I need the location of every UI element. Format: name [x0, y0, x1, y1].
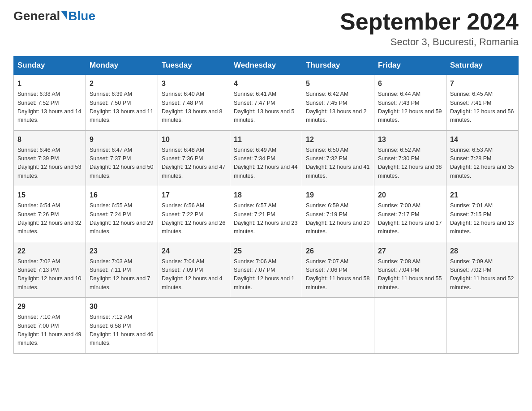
- day-number: 13: [378, 134, 442, 145]
- day-info: Sunrise: 7:09 AMSunset: 7:02 PMDaylight:…: [450, 257, 515, 292]
- calendar-cell: 24Sunrise: 7:04 AMSunset: 7:09 PMDayligh…: [158, 242, 230, 298]
- day-number: 4: [234, 78, 298, 89]
- day-info: Sunrise: 6:56 AMSunset: 7:22 PMDaylight:…: [162, 201, 226, 236]
- col-saturday: Saturday: [446, 56, 519, 75]
- calendar-cell: 10Sunrise: 6:48 AMSunset: 7:36 PMDayligh…: [158, 130, 230, 186]
- calendar-cell: 1Sunrise: 6:38 AMSunset: 7:52 PMDaylight…: [14, 75, 86, 131]
- day-number: 6: [378, 78, 442, 89]
- day-number: 14: [450, 134, 515, 145]
- calendar-cell: 3Sunrise: 6:40 AMSunset: 7:48 PMDaylight…: [158, 75, 230, 131]
- calendar-cell: 30Sunrise: 7:12 AMSunset: 6:58 PMDayligh…: [86, 298, 158, 354]
- page-header: General Blue September 2024 Sector 3, Bu…: [13, 9, 519, 48]
- location-subtitle: Sector 3, Bucuresti, Romania: [340, 36, 519, 48]
- calendar-cell: [446, 298, 519, 354]
- day-number: 7: [450, 78, 515, 89]
- day-info: Sunrise: 7:10 AMSunset: 7:00 PMDaylight:…: [17, 313, 82, 348]
- day-info: Sunrise: 6:52 AMSunset: 7:30 PMDaylight:…: [378, 146, 442, 181]
- day-number: 24: [162, 246, 226, 257]
- day-info: Sunrise: 6:41 AMSunset: 7:47 PMDaylight:…: [234, 90, 298, 125]
- logo-blue-text: Blue: [68, 9, 95, 23]
- day-info: Sunrise: 6:50 AMSunset: 7:32 PMDaylight:…: [306, 146, 370, 181]
- day-number: 20: [378, 190, 442, 201]
- calendar-cell: 12Sunrise: 6:50 AMSunset: 7:32 PMDayligh…: [302, 130, 374, 186]
- day-number: 18: [234, 190, 298, 201]
- calendar-cell: 19Sunrise: 6:59 AMSunset: 7:19 PMDayligh…: [302, 186, 374, 242]
- calendar-cell: 23Sunrise: 7:03 AMSunset: 7:11 PMDayligh…: [86, 242, 158, 298]
- calendar-cell: 21Sunrise: 7:01 AMSunset: 7:15 PMDayligh…: [446, 186, 519, 242]
- calendar-cell: 11Sunrise: 6:49 AMSunset: 7:34 PMDayligh…: [230, 130, 302, 186]
- day-number: 25: [234, 246, 298, 257]
- col-tuesday: Tuesday: [158, 56, 230, 75]
- day-number: 19: [306, 190, 370, 201]
- day-info: Sunrise: 6:47 AMSunset: 7:37 PMDaylight:…: [90, 146, 154, 181]
- day-info: Sunrise: 7:00 AMSunset: 7:17 PMDaylight:…: [378, 201, 442, 236]
- header-row: Sunday Monday Tuesday Wednesday Thursday…: [14, 56, 519, 75]
- calendar-cell: 20Sunrise: 7:00 AMSunset: 7:17 PMDayligh…: [374, 186, 446, 242]
- day-number: 29: [17, 301, 82, 312]
- day-info: Sunrise: 6:53 AMSunset: 7:28 PMDaylight:…: [450, 146, 515, 181]
- day-info: Sunrise: 7:01 AMSunset: 7:15 PMDaylight:…: [450, 201, 515, 236]
- day-info: Sunrise: 6:46 AMSunset: 7:39 PMDaylight:…: [17, 146, 82, 181]
- calendar-cell: 15Sunrise: 6:54 AMSunset: 7:26 PMDayligh…: [14, 186, 86, 242]
- col-sunday: Sunday: [14, 56, 86, 75]
- calendar-cell: 8Sunrise: 6:46 AMSunset: 7:39 PMDaylight…: [14, 130, 86, 186]
- calendar-cell: 4Sunrise: 6:41 AMSunset: 7:47 PMDaylight…: [230, 75, 302, 131]
- calendar-table: Sunday Monday Tuesday Wednesday Thursday…: [13, 56, 519, 354]
- day-info: Sunrise: 6:39 AMSunset: 7:50 PMDaylight:…: [90, 90, 154, 125]
- col-thursday: Thursday: [302, 56, 374, 75]
- calendar-cell: 17Sunrise: 6:56 AMSunset: 7:22 PMDayligh…: [158, 186, 230, 242]
- day-number: 1: [17, 78, 82, 89]
- calendar-cell: 18Sunrise: 6:57 AMSunset: 7:21 PMDayligh…: [230, 186, 302, 242]
- day-info: Sunrise: 6:40 AMSunset: 7:48 PMDaylight:…: [162, 90, 226, 125]
- calendar-week-5: 29Sunrise: 7:10 AMSunset: 7:00 PMDayligh…: [14, 298, 519, 354]
- day-info: Sunrise: 6:55 AMSunset: 7:24 PMDaylight:…: [90, 201, 154, 236]
- day-info: Sunrise: 6:48 AMSunset: 7:36 PMDaylight:…: [162, 146, 226, 181]
- day-number: 8: [17, 134, 82, 145]
- col-wednesday: Wednesday: [230, 56, 302, 75]
- day-number: 9: [90, 134, 154, 145]
- day-info: Sunrise: 6:42 AMSunset: 7:45 PMDaylight:…: [306, 90, 370, 125]
- day-info: Sunrise: 7:02 AMSunset: 7:13 PMDaylight:…: [17, 257, 82, 292]
- col-friday: Friday: [374, 56, 446, 75]
- day-number: 11: [234, 134, 298, 145]
- day-info: Sunrise: 7:03 AMSunset: 7:11 PMDaylight:…: [90, 257, 154, 292]
- day-info: Sunrise: 6:45 AMSunset: 7:41 PMDaylight:…: [450, 90, 515, 125]
- day-info: Sunrise: 6:59 AMSunset: 7:19 PMDaylight:…: [306, 201, 370, 236]
- calendar-cell: 13Sunrise: 6:52 AMSunset: 7:30 PMDayligh…: [374, 130, 446, 186]
- day-info: Sunrise: 7:04 AMSunset: 7:09 PMDaylight:…: [162, 257, 226, 292]
- calendar-cell: 27Sunrise: 7:08 AMSunset: 7:04 PMDayligh…: [374, 242, 446, 298]
- calendar-cell: 14Sunrise: 6:53 AMSunset: 7:28 PMDayligh…: [446, 130, 519, 186]
- day-number: 16: [90, 190, 154, 201]
- day-info: Sunrise: 6:49 AMSunset: 7:34 PMDaylight:…: [234, 146, 298, 181]
- month-title: September 2024: [340, 9, 519, 34]
- day-info: Sunrise: 7:12 AMSunset: 6:58 PMDaylight:…: [90, 313, 154, 348]
- calendar-cell: 26Sunrise: 7:07 AMSunset: 7:06 PMDayligh…: [302, 242, 374, 298]
- day-number: 3: [162, 78, 226, 89]
- calendar-cell: [158, 298, 230, 354]
- title-area: September 2024 Sector 3, Bucuresti, Roma…: [340, 9, 519, 48]
- day-number: 30: [90, 301, 154, 312]
- day-number: 27: [378, 246, 442, 257]
- calendar-cell: 16Sunrise: 6:55 AMSunset: 7:24 PMDayligh…: [86, 186, 158, 242]
- day-number: 22: [17, 246, 82, 257]
- calendar-week-3: 15Sunrise: 6:54 AMSunset: 7:26 PMDayligh…: [14, 186, 519, 242]
- calendar-cell: 9Sunrise: 6:47 AMSunset: 7:37 PMDaylight…: [86, 130, 158, 186]
- calendar-cell: 6Sunrise: 6:44 AMSunset: 7:43 PMDaylight…: [374, 75, 446, 131]
- calendar-week-2: 8Sunrise: 6:46 AMSunset: 7:39 PMDaylight…: [14, 130, 519, 186]
- calendar-cell: [374, 298, 446, 354]
- day-number: 12: [306, 134, 370, 145]
- calendar-cell: [302, 298, 374, 354]
- day-number: 21: [450, 190, 515, 201]
- day-number: 5: [306, 78, 370, 89]
- day-info: Sunrise: 6:57 AMSunset: 7:21 PMDaylight:…: [234, 201, 298, 236]
- day-info: Sunrise: 7:07 AMSunset: 7:06 PMDaylight:…: [306, 257, 370, 292]
- calendar-header: Sunday Monday Tuesday Wednesday Thursday…: [14, 56, 519, 75]
- logo: General Blue: [13, 9, 95, 23]
- calendar-cell: [230, 298, 302, 354]
- calendar-cell: 28Sunrise: 7:09 AMSunset: 7:02 PMDayligh…: [446, 242, 519, 298]
- calendar-cell: 7Sunrise: 6:45 AMSunset: 7:41 PMDaylight…: [446, 75, 519, 131]
- day-info: Sunrise: 6:54 AMSunset: 7:26 PMDaylight:…: [17, 201, 82, 236]
- calendar-cell: 29Sunrise: 7:10 AMSunset: 7:00 PMDayligh…: [14, 298, 86, 354]
- day-info: Sunrise: 7:08 AMSunset: 7:04 PMDaylight:…: [378, 257, 442, 292]
- day-number: 23: [90, 246, 154, 257]
